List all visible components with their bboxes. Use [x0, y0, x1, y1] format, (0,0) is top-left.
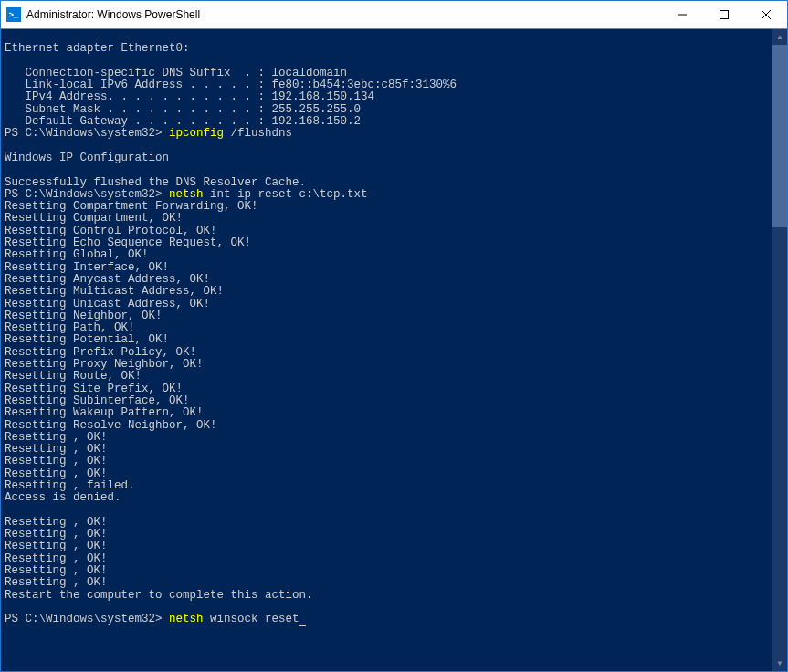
- scroll-down-arrow[interactable]: ▼: [772, 656, 787, 671]
- window-title: Administrator: Windows PowerShell: [26, 8, 661, 21]
- terminal-output[interactable]: Ethernet adapter Ethernet0: Connection-s…: [1, 29, 772, 671]
- maximize-button[interactable]: [703, 1, 745, 28]
- terminal-area: Ethernet adapter Ethernet0: Connection-s…: [1, 29, 787, 671]
- vertical-scrollbar[interactable]: ▲ ▼: [772, 29, 787, 671]
- powershell-icon: >_: [6, 7, 21, 22]
- window-titlebar: >_ Administrator: Windows PowerShell: [1, 1, 787, 28]
- scroll-thumb[interactable]: [772, 45, 787, 227]
- close-button[interactable]: [745, 1, 787, 28]
- minimize-button[interactable]: [661, 1, 703, 28]
- svg-rect-1: [720, 11, 729, 19]
- scroll-up-arrow[interactable]: ▲: [772, 29, 787, 45]
- window-controls: [661, 1, 787, 28]
